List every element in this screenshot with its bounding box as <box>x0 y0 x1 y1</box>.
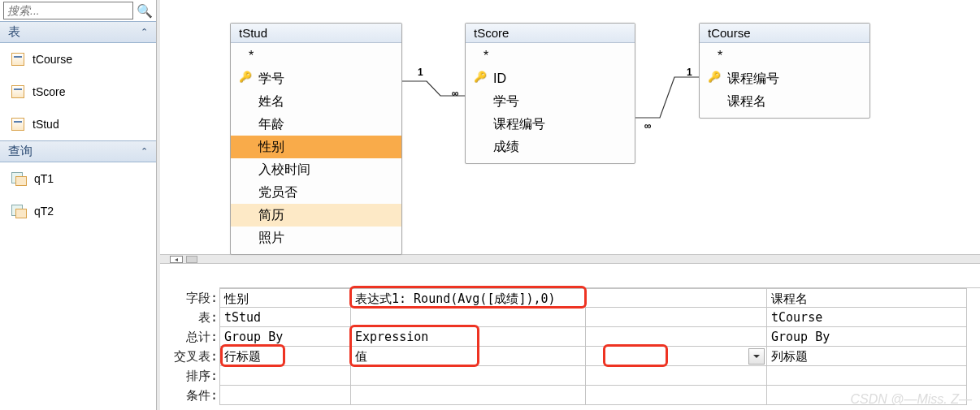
nav-group-tables[interactable]: 表 ⌃ <box>0 21 156 43</box>
row-label-sort: 排序: <box>160 366 219 386</box>
grid-cell[interactable] <box>219 366 351 386</box>
table-field[interactable]: 成绩 <box>466 136 635 158</box>
relation-one: 1 <box>687 67 692 78</box>
row-label-criteria: 条件: <box>160 386 219 405</box>
grid-cell[interactable] <box>586 308 767 327</box>
table-title-tstud[interactable]: tStud <box>231 24 401 43</box>
grid-cell[interactable]: Group By <box>767 327 967 347</box>
table-icon <box>11 53 24 66</box>
table-field[interactable]: 年龄 <box>231 113 401 136</box>
grid-cell[interactable]: 表达式1: Round(Avg([成绩]),0) <box>351 288 586 308</box>
nav-group-label: 查询 <box>8 144 33 159</box>
table-field[interactable]: ID <box>466 67 635 90</box>
grid-cell[interactable] <box>586 366 767 386</box>
sidebar-item-tstud[interactable]: tStud <box>0 108 156 140</box>
search-input[interactable] <box>3 2 133 19</box>
table-field[interactable]: * <box>231 45 401 67</box>
table-field[interactable]: 简历 <box>231 204 401 227</box>
grid-cell[interactable] <box>219 386 351 405</box>
grid-cell[interactable] <box>586 327 767 347</box>
query-icon <box>11 205 26 218</box>
query-icon <box>11 172 26 185</box>
nav-group-queries[interactable]: 查询 ⌃ <box>0 140 156 162</box>
table-field[interactable]: 入校时间 <box>231 158 401 181</box>
grid-cell[interactable]: 行标题 <box>219 347 351 366</box>
sidebar-item-tcourse[interactable]: tCourse <box>0 43 156 76</box>
grid-cell-dropdown[interactable] <box>586 347 767 366</box>
grid-cell[interactable] <box>351 366 586 386</box>
grid-cell[interactable] <box>351 386 586 405</box>
chevron-up-icon: ⌃ <box>141 27 148 37</box>
grid-cell[interactable] <box>767 366 967 386</box>
relationship-diagram[interactable]: tStud *学号姓名年龄性别入校时间党员否简历照片 tScore *ID学号课… <box>160 0 980 254</box>
grid-cell[interactable] <box>586 386 767 405</box>
table-field[interactable]: 课程名 <box>700 90 869 113</box>
table-field[interactable]: 课程编号 <box>700 67 869 90</box>
table-icon <box>11 85 24 98</box>
table-field[interactable]: 学号 <box>231 67 401 90</box>
grid-cell[interactable]: 性别 <box>219 288 351 308</box>
row-label-total: 总计: <box>160 327 219 347</box>
table-field[interactable]: 课程编号 <box>466 113 635 136</box>
nav-group-label: 表 <box>8 24 20 40</box>
grid-cell[interactable]: Group By <box>219 327 351 347</box>
table-field[interactable]: 姓名 <box>231 90 401 113</box>
nav-first-icon[interactable]: ◂ <box>170 256 183 263</box>
sidebar-item-tscore[interactable]: tScore <box>0 76 156 108</box>
relation-one: 1 <box>418 67 423 78</box>
splitter-handle-icon[interactable] <box>186 256 197 263</box>
row-label-field: 字段: <box>160 288 219 308</box>
sidebar-item-qt1[interactable]: qT1 <box>0 162 156 195</box>
chevron-up-icon: ⌃ <box>141 146 148 157</box>
relation-many: ∞ <box>644 120 652 132</box>
search-icon[interactable]: 🔍 <box>137 3 153 19</box>
table-field[interactable]: 照片 <box>231 227 401 249</box>
table-field[interactable]: * <box>466 45 635 67</box>
grid-cell[interactable] <box>351 308 586 327</box>
table-field[interactable]: * <box>700 45 869 67</box>
table-title-tscore[interactable]: tScore <box>466 24 635 43</box>
grid-cell[interactable]: 列标题 <box>767 347 967 366</box>
table-title-tcourse[interactable]: tCourse <box>700 24 869 43</box>
grid-cell[interactable] <box>767 386 967 405</box>
table-field[interactable]: 党员否 <box>231 181 401 204</box>
grid-cell[interactable]: tStud <box>219 308 351 327</box>
grid-cell[interactable]: 值 <box>351 347 586 366</box>
relation-many: ∞ <box>452 88 459 99</box>
grid-cell[interactable]: 课程名 <box>767 288 967 308</box>
pane-splitter[interactable]: ◂ <box>160 254 980 264</box>
sidebar-item-qt2[interactable]: qT2 <box>0 195 156 227</box>
table-field[interactable]: 学号 <box>466 90 635 113</box>
query-design-grid: 字段: 性别 表达式1: Round(Avg([成绩]),0) 课程名 表: t… <box>160 264 980 405</box>
grid-cell[interactable]: tCourse <box>767 308 967 327</box>
grid-cell[interactable] <box>586 288 767 308</box>
grid-cell[interactable]: Expression <box>351 327 586 347</box>
row-label-cross: 交叉表: <box>160 347 219 366</box>
table-field[interactable]: 性别 <box>231 136 401 158</box>
table-icon <box>11 118 24 131</box>
row-label-table: 表: <box>160 308 219 327</box>
